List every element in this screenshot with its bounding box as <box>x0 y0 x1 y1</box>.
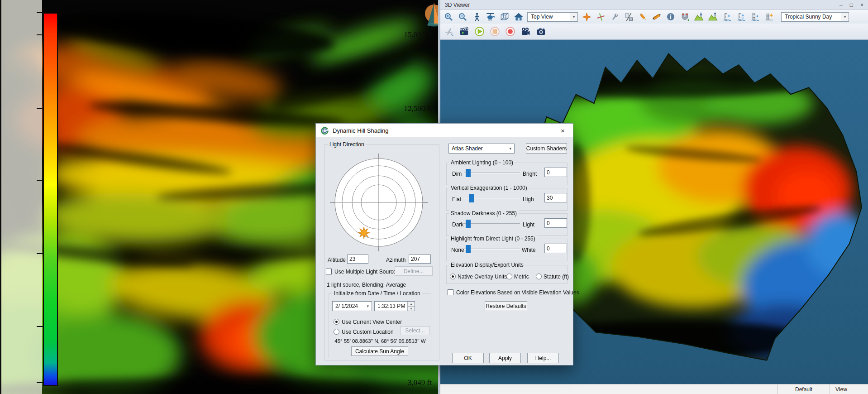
snapping-button[interactable] <box>679 11 690 22</box>
color-elevations-checkbox[interactable] <box>448 289 453 295</box>
record-setup-button[interactable] <box>458 26 469 37</box>
water-raise-button[interactable] <box>735 11 746 22</box>
vertical-min-label: Flat <box>452 196 461 202</box>
shadow-max-label: Light <box>523 221 534 228</box>
fly-mode-button[interactable] <box>485 11 496 22</box>
restore-defaults-button[interactable]: Restore Defaults <box>485 301 527 311</box>
time-value: 1:32:13 PM <box>375 303 405 309</box>
native-units-radio[interactable] <box>450 274 456 279</box>
maximize-button[interactable]: □ <box>850 2 853 8</box>
flight-path-button[interactable] <box>443 26 454 37</box>
viewer-toolbar-row1: Top View ▾ Tropical Sunny Day ▾ <box>440 10 868 24</box>
atmosphere-value: Tropical Sunny Day <box>785 14 832 20</box>
view-options-button[interactable] <box>609 11 620 22</box>
terrain-raise-button[interactable] <box>707 11 718 22</box>
use-custom-location-radio[interactable] <box>334 329 339 335</box>
spin-up-icon[interactable]: ▴ <box>408 302 415 307</box>
dialog-title: Dynamic Hill Shading <box>333 127 389 134</box>
feature-info-icon <box>666 12 675 21</box>
date-value: 2/ 1/2024 <box>335 303 358 309</box>
help-button[interactable]: Help... <box>527 353 559 363</box>
digitizer-pencil-icon <box>638 12 648 22</box>
ambient-slider[interactable] <box>464 169 520 177</box>
multiple-light-sources-checkbox[interactable] <box>326 269 332 274</box>
legend-label: 3,049 ft <box>408 378 432 387</box>
time-spinner[interactable]: 1:32:13 PM ▴ ▾ <box>374 301 415 311</box>
movie-capture-button[interactable] <box>520 26 531 37</box>
zoom-in-icon <box>444 12 453 22</box>
view-direction-select[interactable]: Top View ▾ <box>527 12 578 22</box>
home-view-button[interactable] <box>513 11 524 22</box>
light-direction-compass[interactable] <box>330 154 428 251</box>
chevron-down-icon: ▾ <box>509 146 514 151</box>
use-current-view-label: Use Current View Center <box>342 319 402 325</box>
sun-position-icon[interactable] <box>358 227 370 239</box>
legend-tick <box>37 34 43 35</box>
stop-recording-button[interactable] <box>489 26 500 37</box>
azimuth-input[interactable] <box>409 255 431 264</box>
stop-recording-icon <box>490 26 500 37</box>
play-animation-icon <box>474 26 485 37</box>
legend-label: 15,000 ft <box>404 30 432 39</box>
ambient-value-input[interactable] <box>544 168 567 177</box>
altitude-input[interactable] <box>347 255 368 264</box>
date-picker[interactable]: 2/ 1/2024 ▾ <box>332 301 372 311</box>
apply-button[interactable]: Apply <box>489 353 521 363</box>
ok-button[interactable]: OK <box>452 353 484 363</box>
vertical-exaggeration-slider[interactable] <box>464 194 520 202</box>
walk-mode-button[interactable] <box>471 11 482 22</box>
chevron-down-icon: ▾ <box>841 13 849 21</box>
feature-info-button[interactable] <box>665 11 676 22</box>
terrain-lower-button[interactable] <box>693 11 704 22</box>
shadow-darkness-slider[interactable] <box>464 220 520 228</box>
3d-box-view-button[interactable] <box>499 11 510 22</box>
water-gauge-button[interactable] <box>749 11 760 22</box>
record-button[interactable] <box>505 26 515 37</box>
close-button[interactable]: × <box>860 2 863 8</box>
measure-button[interactable] <box>651 11 662 22</box>
shadow-value-input[interactable] <box>544 218 567 228</box>
home-view-icon <box>514 12 524 22</box>
custom-shaders-button[interactable]: Custom Shaders <box>526 143 567 154</box>
statute-units-radio[interactable] <box>536 274 542 279</box>
shader-select[interactable]: Atlas Shader ▾ <box>448 144 515 154</box>
clapperboard-icon <box>459 26 469 37</box>
highlight-slider[interactable] <box>464 245 520 253</box>
viewer-statusbar: Default View <box>440 384 868 394</box>
highlight-label: Highlight from Direct Light (0 - 255) <box>449 235 537 242</box>
center-point-icon <box>582 12 591 22</box>
metric-units-radio[interactable] <box>506 274 512 279</box>
slice-cutaway-button[interactable] <box>623 11 634 22</box>
water-level-button[interactable] <box>721 11 732 22</box>
spin-down-icon[interactable]: ▾ <box>408 307 415 311</box>
atmosphere-select[interactable]: Tropical Sunny Day ▾ <box>781 12 849 22</box>
define-button[interactable]: Define... <box>395 266 433 276</box>
legend-tick <box>37 180 43 181</box>
viewer-titlebar[interactable]: 3D Viewer – □ × <box>440 0 868 10</box>
axes-toggle-button[interactable] <box>595 11 606 22</box>
init-datetime-label: Initialize from Date / Time / Location <box>332 290 422 297</box>
zoom-in-button[interactable] <box>443 11 454 22</box>
digitizer-button[interactable] <box>637 11 648 22</box>
water-gauge-icon <box>750 12 760 22</box>
vertical-value-input[interactable] <box>544 193 567 202</box>
chevron-down-icon: ▾ <box>367 304 372 308</box>
play-animation-button[interactable] <box>474 26 485 37</box>
blend-status-text: 1 light source, Blending: Average <box>327 282 406 288</box>
use-current-view-radio[interactable] <box>334 319 339 325</box>
minimize-button[interactable]: – <box>839 2 843 8</box>
screenshot-button[interactable] <box>535 26 546 37</box>
legend-tick <box>37 326 43 327</box>
zoom-out-button[interactable] <box>457 11 468 22</box>
center-point-button[interactable] <box>581 11 592 22</box>
vertical-max-label: High <box>523 196 534 202</box>
dialog-titlebar[interactable]: Dynamic Hill Shading × <box>316 124 573 137</box>
select-location-button[interactable]: Select... <box>400 326 430 335</box>
dialog-close-button[interactable]: × <box>553 124 573 137</box>
app-screen: 15,800 ft 15,000 ft 12,500 ft 10,000 ft … <box>0 0 868 394</box>
calculate-sun-angle-button[interactable]: Calculate Sun Angle <box>351 346 408 356</box>
light-direction-label: Light Direction <box>328 141 366 148</box>
magnet-snap-icon <box>680 12 690 22</box>
flood-tower-button[interactable] <box>763 11 774 22</box>
highlight-value-input[interactable] <box>544 244 567 253</box>
